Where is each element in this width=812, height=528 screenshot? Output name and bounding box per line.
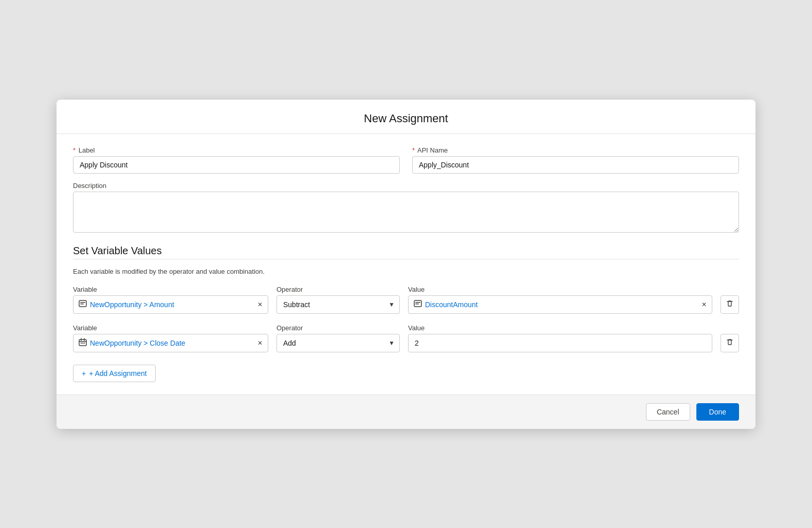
trash-icon-1: [726, 299, 734, 310]
assignment-2-variable-close[interactable]: ✕: [257, 340, 263, 347]
assignment-1-value-label: Value: [408, 286, 712, 293]
api-name-input[interactable]: [412, 156, 739, 174]
new-assignment-modal: New Assignment * Label * API Name: [57, 100, 755, 429]
label-group: * Label: [73, 146, 400, 174]
label-apiname-row: * Label * API Name: [73, 146, 739, 174]
api-name-group: * API Name: [412, 146, 739, 174]
assignment-1-operator-label: Operator: [276, 286, 400, 293]
svg-rect-8: [82, 343, 83, 344]
plus-icon: +: [82, 369, 86, 378]
done-button[interactable]: Done: [696, 403, 739, 421]
cancel-button[interactable]: Cancel: [646, 403, 690, 421]
assignment-1-variable-close[interactable]: ✕: [257, 301, 263, 308]
assignment-2-variable-text: NewOpportunity > Close Date: [90, 339, 254, 347]
assignment-1-variable-col: Variable NewOpportunity > Amount ✕: [73, 286, 268, 314]
svg-rect-2: [80, 304, 84, 305]
assignment-1-variable-text: NewOpportunity > Amount: [90, 300, 254, 309]
assignment-1-operator-col: Operator Subtract Add Multiply Divide ▼: [276, 286, 400, 314]
trash-icon-2: [726, 338, 734, 348]
assignment-1-delete-button[interactable]: [721, 295, 739, 314]
assignment-1-value-col: Value DiscountAmount ✕: [408, 286, 712, 314]
assignment-2-delete-button[interactable]: [721, 334, 739, 352]
modal-body: * Label * API Name Description Set Varia…: [57, 134, 755, 394]
assignment-row-1: Variable NewOpportunity > Amount ✕ Opera…: [73, 286, 739, 314]
assignment-1-variable-label: Variable: [73, 286, 268, 293]
set-variable-title: Set Variable Values: [73, 245, 739, 257]
description-group: Description: [73, 182, 739, 233]
svg-rect-7: [81, 343, 82, 344]
description-textarea[interactable]: [73, 192, 739, 233]
assignment-2-variable-label: Variable: [73, 324, 268, 332]
assignment-1-value-text: DiscountAmount: [425, 300, 698, 309]
calendar-icon-2: [79, 338, 87, 348]
add-assignment-button[interactable]: + + Add Assignment: [73, 365, 156, 382]
assignment-2-operator-col: Operator Add Subtract Multiply Divide ▼: [276, 324, 400, 352]
assignment-1-variable-input[interactable]: NewOpportunity > Amount ✕: [73, 295, 268, 314]
modal-header: New Assignment: [57, 100, 755, 134]
assignment-1-value-close[interactable]: ✕: [702, 301, 707, 308]
set-variable-description: Each variable is modified by the operato…: [73, 268, 739, 275]
record-icon-value-1: [414, 299, 422, 310]
section-divider: [73, 259, 739, 259]
modal-footer: Cancel Done: [57, 394, 755, 429]
assignment-row-2: Variable NewOpportunity > Close Date ✕: [73, 324, 739, 352]
api-name-field-label: * API Name: [412, 146, 739, 154]
label-field-label: * Label: [73, 146, 400, 154]
assignment-2-operator-wrapper: Add Subtract Multiply Divide ▼: [276, 334, 400, 352]
svg-rect-4: [415, 302, 420, 303]
assignment-2-value-input[interactable]: [408, 334, 712, 352]
record-icon-1: [79, 299, 87, 310]
required-star-label: *: [73, 146, 76, 154]
assignment-2-value-col: Value: [408, 324, 712, 352]
assignment-1-operator-wrapper: Subtract Add Multiply Divide ▼: [276, 295, 400, 314]
assignment-2-value-label: Value: [408, 324, 712, 332]
assignment-2-operator-select[interactable]: Add Subtract Multiply Divide: [276, 334, 400, 352]
add-assignment-label: + Add Assignment: [89, 369, 146, 378]
svg-rect-1: [80, 302, 85, 303]
svg-rect-5: [415, 304, 419, 305]
required-star-api: *: [412, 146, 415, 154]
modal-title: New Assignment: [73, 112, 739, 125]
assignment-2-variable-input[interactable]: NewOpportunity > Close Date ✕: [73, 334, 268, 352]
assignment-1-operator-select[interactable]: Subtract Add Multiply Divide: [276, 295, 400, 314]
assignment-2-operator-label: Operator: [276, 324, 400, 332]
label-input[interactable]: [73, 156, 400, 174]
description-row: Description: [73, 182, 739, 233]
description-field-label: Description: [73, 182, 739, 190]
assignment-1-value-input[interactable]: DiscountAmount ✕: [408, 295, 712, 314]
assignment-2-variable-col: Variable NewOpportunity > Close Date ✕: [73, 324, 268, 352]
svg-rect-9: [84, 343, 85, 344]
